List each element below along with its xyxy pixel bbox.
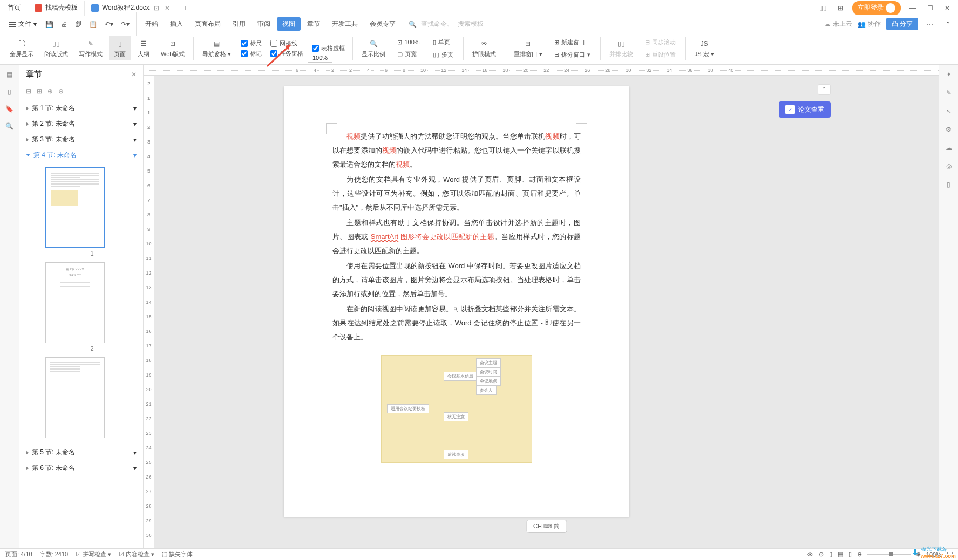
share-label: 凸 分享 [892, 20, 913, 28]
rearrange-icon: ⊟ [521, 38, 534, 49]
outline-rail-icon[interactable]: ▤ [4, 69, 15, 80]
menu-tab-start[interactable]: 开始 [140, 17, 164, 31]
page-view-button[interactable]: ▯ 页面 [109, 36, 131, 60]
js-macro-button[interactable]: JS JS 宏 ▾ [690, 36, 718, 60]
print-preview-icon[interactable]: 🗐 [72, 18, 85, 30]
nav-section-5[interactable]: 第 5 节: 未命名▾ [24, 445, 139, 460]
nav-section-1[interactable]: 第 1 节: 未命名▾ [24, 100, 139, 116]
single-page-button[interactable]: ▯ 单页 [431, 37, 456, 47]
login-button[interactable]: 立即登录 [852, 1, 901, 15]
new-tab-button[interactable]: + [178, 4, 193, 12]
menu-tab-insert[interactable]: 插入 [165, 17, 188, 31]
ruler-checkbox[interactable]: 标尺 [241, 39, 262, 47]
zoom-100-button[interactable]: ⊡ 100% [395, 38, 422, 47]
page-thumbnail-3[interactable] [45, 357, 105, 438]
tab-label: 找稿壳模板 [45, 3, 78, 12]
apps-icon[interactable]: ⊞ [835, 3, 846, 13]
collapse-panel-button[interactable]: ⌃ [818, 84, 831, 95]
add-section-icon[interactable]: ⊕ [47, 87, 53, 95]
undo-icon[interactable]: ↶▾ [101, 18, 117, 30]
menu-tab-view[interactable]: 视图 [277, 17, 301, 31]
print-icon[interactable]: 🖨 [58, 18, 71, 30]
reading-mode-button[interactable]: ▯▯ 阅读版式 [40, 36, 72, 60]
nav-section-3[interactable]: 第 3 节: 未命名▾ [24, 132, 139, 147]
cloud-rail-icon[interactable]: ☁ [943, 142, 954, 153]
remove-section-icon[interactable]: ⊖ [58, 87, 64, 95]
compare-options: ⊟ 同步滚动 ⊞ 重设位置 [640, 36, 681, 61]
compare-button[interactable]: ▯▯ 并排比较 [605, 36, 637, 60]
pointer-rail-icon[interactable]: ↖ [943, 106, 954, 117]
new-window-button[interactable]: ⊞ 新建窗口 [552, 37, 593, 47]
save-icon[interactable]: 💾 [42, 18, 57, 30]
home-tab[interactable]: 首页 [0, 0, 28, 16]
share-button[interactable]: 凸 分享 [886, 18, 918, 30]
layout-icon[interactable]: ▯▯ [818, 3, 828, 13]
nav-section-2[interactable]: 第 2 节: 未命名▾ [24, 116, 139, 132]
outline-button[interactable]: ☰ 大纲 [133, 36, 154, 60]
nav-pane-button[interactable]: ▤ 导航窗格 ▾ [198, 36, 235, 60]
zoom-button[interactable]: 🔍 显示比例 [357, 36, 390, 60]
taskpane-checkbox[interactable]: 任务窗格 [270, 50, 303, 58]
bookmark-rail-icon[interactable]: 🔖 [4, 104, 15, 114]
tab-template[interactable]: 找稿壳模板 [28, 1, 85, 16]
eye-mode-button[interactable]: 👁 护眼模式 [468, 36, 500, 60]
sparkle-rail-icon[interactable]: ✦ [943, 69, 954, 80]
vertical-ruler[interactable]: 2112345678910111213141516171819202122232… [144, 76, 154, 549]
titlebar: 首页 找稿壳模板 Word教程2.docx ⊡ ✕ + ▯▯ ⊞ 立即登录 — … [0, 0, 958, 16]
paste-icon[interactable]: 📋 [86, 18, 100, 30]
table-border-checkbox[interactable]: 表格虚框 [312, 44, 345, 52]
device-rail-icon[interactable]: ▯ [943, 179, 954, 190]
menu-tab-chapter[interactable]: 章节 [302, 17, 325, 31]
ime-indicator[interactable]: CH ⌨ 简 [526, 520, 567, 533]
document-body[interactable]: 视频提供了功能强大的方法帮助您证明您的观点。当您单击联机视频时，可以在想要添加的… [332, 129, 581, 344]
collab-button[interactable]: 👥 协作 [858, 19, 881, 29]
web-view-button[interactable]: ⊡ Web版式 [157, 36, 189, 60]
split-window-button[interactable]: ⊟ 拆分窗口 ▾ [552, 50, 593, 60]
document-page[interactable]: 视频提供了功能强大的方法帮助您证明您的观点。当您单击联机视频时，可以在想要添加的… [284, 86, 629, 517]
nav-section-4[interactable]: 第 4 节: 未命名▾ [24, 147, 139, 163]
settings-rail-icon[interactable]: ⚙ [943, 124, 954, 135]
page-thumbnail-2[interactable]: 第1章 XXXX 第1节 **** [45, 262, 105, 343]
nav-section-6[interactable]: 第 6 节: 未命名▾ [24, 460, 139, 476]
expand-all-icon[interactable]: ⊞ [37, 87, 42, 95]
menu-tab-devtools[interactable]: 开发工具 [327, 17, 363, 31]
nav-tools: ⊟ ⊞ ⊕ ⊖ [19, 84, 143, 98]
close-button[interactable]: ✕ [942, 3, 953, 13]
page-thumbnail-1[interactable] [45, 167, 105, 248]
tab-document[interactable]: Word教程2.docx ⊡ ✕ [85, 1, 178, 16]
gridlines-checkbox[interactable]: 网格线 [270, 39, 303, 47]
window-options: ⊞ 新建窗口 ⊟ 拆分窗口 ▾ [549, 36, 596, 61]
search-icon: 🔍 [409, 21, 417, 28]
search-area[interactable]: 🔍 查找命令、 搜索模板 [409, 19, 484, 29]
minimize-button[interactable]: — [907, 3, 918, 13]
tab-close-icon[interactable]: ✕ [164, 4, 171, 12]
menu-tab-reference[interactable]: 引用 [227, 17, 251, 31]
zoom-icon: 🔍 [367, 38, 380, 49]
location-rail-icon[interactable]: ◎ [943, 161, 954, 172]
file-menu[interactable]: 文件 ▾ [4, 17, 41, 31]
document-scroll[interactable]: ⌃ ✓ 论文查重 视频提供了功能强大的方法帮助您证明您的观点。当您单击联机视频时… [154, 76, 939, 549]
left-rail: ▤ ▯ 🔖 🔍 [0, 65, 19, 549]
horizontal-ruler[interactable]: 642246810121416182022242628303234363840 [144, 65, 939, 76]
writing-mode-button[interactable]: ✎ 写作模式 [74, 36, 107, 60]
fullscreen-button[interactable]: ⛶ 全屏显示 [5, 36, 38, 60]
maximize-button[interactable]: ☐ [925, 3, 935, 13]
multi-page-button[interactable]: ▯▯ 多页 [431, 50, 456, 60]
menu-tab-review[interactable]: 审阅 [252, 17, 276, 31]
tab-restore-icon[interactable]: ⊡ [153, 4, 160, 12]
menu-tab-member[interactable]: 会员专享 [364, 17, 401, 31]
menu-tab-layout[interactable]: 页面布局 [189, 17, 226, 31]
search-rail-icon[interactable]: 🔍 [4, 121, 15, 132]
thumbnail-rail-icon[interactable]: ▯ [4, 86, 15, 97]
edit-rail-icon[interactable]: ✎ [943, 87, 954, 98]
cloud-status[interactable]: ☁ 未上云 [824, 19, 852, 29]
collapse-ribbon-icon[interactable]: ⌃ [942, 18, 954, 30]
essay-check-button[interactable]: ✓ 论文查重 [779, 101, 831, 118]
redo-icon[interactable]: ↷▾ [118, 18, 133, 30]
markup-checkbox[interactable]: 标记 [241, 50, 262, 58]
rearrange-window-button[interactable]: ⊟ 重排窗口 ▾ [509, 36, 547, 60]
more-icon[interactable]: ⋯ [923, 18, 936, 30]
page-width-button[interactable]: ▢ 页宽 [395, 49, 422, 59]
nav-close-button[interactable]: ✕ [131, 71, 137, 78]
collapse-all-icon[interactable]: ⊟ [26, 87, 31, 95]
